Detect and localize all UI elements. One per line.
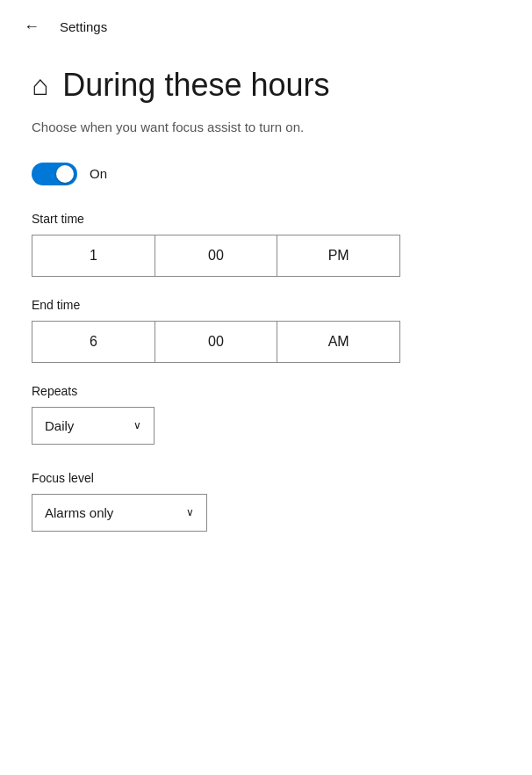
repeats-label: Repeats	[32, 384, 500, 398]
repeats-dropdown[interactable]: Daily ∨	[32, 407, 155, 445]
focus-level-chevron-icon: ∨	[186, 506, 194, 518]
repeats-chevron-icon: ∨	[133, 419, 141, 431]
end-time-section: End time 6 00 AM	[32, 298, 500, 363]
focus-level-section: Focus level Alarms only ∨	[32, 471, 500, 532]
start-time-picker: 1 00 PM	[32, 235, 400, 277]
start-time-section: Start time 1 00 PM	[32, 212, 500, 277]
start-minute-cell[interactable]: 00	[155, 235, 278, 276]
repeats-value: Daily	[45, 418, 74, 433]
main-content: ⌂ During these hours Choose when you wan…	[0, 49, 532, 584]
start-period-cell[interactable]: PM	[277, 235, 399, 276]
end-period-cell[interactable]: AM	[277, 322, 399, 362]
repeats-section: Repeats Daily ∨	[32, 384, 500, 445]
start-time-label: Start time	[32, 212, 500, 226]
header: ← Settings	[0, 0, 532, 49]
page-title-row: ⌂ During these hours	[32, 67, 500, 104]
end-time-label: End time	[32, 298, 500, 312]
toggle-row: On	[32, 163, 500, 185]
page-title: During these hours	[62, 67, 329, 104]
house-icon: ⌂	[32, 69, 48, 102]
end-minute-cell[interactable]: 00	[155, 322, 278, 362]
header-title: Settings	[60, 19, 107, 34]
focus-assist-toggle[interactable]	[32, 163, 77, 185]
focus-level-dropdown[interactable]: Alarms only ∨	[32, 494, 207, 532]
focus-level-label: Focus level	[32, 471, 500, 485]
focus-level-value: Alarms only	[45, 505, 113, 520]
page-description: Choose when you want focus assist to tur…	[32, 118, 500, 138]
end-hour-cell[interactable]: 6	[32, 322, 155, 362]
end-time-picker: 6 00 AM	[32, 321, 400, 363]
back-button[interactable]: ←	[18, 12, 46, 40]
start-hour-cell[interactable]: 1	[32, 235, 155, 276]
toggle-knob	[56, 165, 74, 183]
toggle-label: On	[90, 166, 107, 181]
